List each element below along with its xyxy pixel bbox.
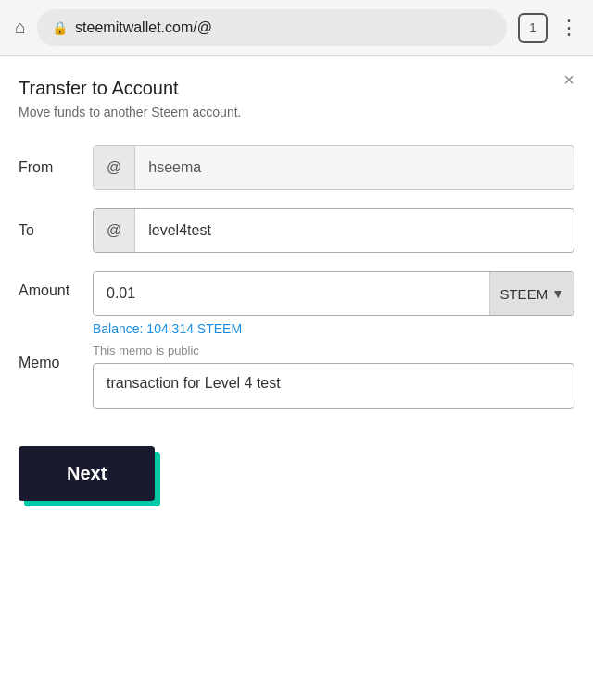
- menu-icon[interactable]: ⋮: [559, 16, 578, 40]
- amount-input[interactable]: [94, 272, 489, 315]
- browser-chrome: ⌂ 🔒 steemitwallet.com/@ 1 ⋮: [0, 0, 593, 56]
- lock-icon: 🔒: [52, 20, 68, 35]
- memo-input[interactable]: [93, 363, 574, 409]
- currency-text: STEEM: [499, 286, 548, 302]
- from-row: From @: [19, 145, 574, 190]
- from-at-symbol: @: [94, 146, 135, 189]
- to-input[interactable]: [135, 211, 574, 250]
- to-label: To: [19, 222, 93, 239]
- amount-label: Amount: [19, 271, 93, 299]
- address-bar[interactable]: 🔒 steemitwallet.com/@: [37, 9, 507, 46]
- next-button-container: Next: [19, 446, 155, 501]
- memo-section: Memo This memo is public: [19, 344, 574, 413]
- home-icon[interactable]: ⌂: [15, 17, 26, 38]
- to-at-symbol: @: [94, 209, 135, 252]
- next-button[interactable]: Next: [19, 446, 155, 501]
- currency-dropdown[interactable]: STEEM ▼: [489, 272, 574, 315]
- chevron-down-icon: ▼: [551, 286, 564, 301]
- main-content: × Transfer to Account Move funds to anot…: [0, 56, 593, 700]
- from-input[interactable]: [135, 148, 574, 187]
- memo-row: Memo This memo is public: [19, 344, 574, 413]
- dialog-title: Transfer to Account: [19, 78, 574, 99]
- dialog-subtitle: Move funds to another Steem account.: [19, 105, 574, 119]
- tab-badge[interactable]: 1: [518, 13, 548, 43]
- to-input-wrapper: @: [93, 208, 574, 253]
- close-button[interactable]: ×: [563, 70, 574, 89]
- memo-label: Memo: [19, 344, 93, 371]
- from-label: From: [19, 159, 93, 176]
- from-input-wrapper: @: [93, 145, 574, 190]
- balance-text: Balance: 104.314 STEEM: [93, 321, 574, 336]
- to-row: To @: [19, 208, 574, 253]
- address-text: steemitwallet.com/@: [75, 19, 212, 36]
- amount-input-wrapper: STEEM ▼: [93, 271, 574, 316]
- memo-area: This memo is public: [93, 344, 574, 413]
- amount-input-area: STEEM ▼ Balance: 104.314 STEEM: [93, 271, 574, 336]
- amount-row: Amount STEEM ▼ Balance: 104.314 STEEM: [19, 271, 574, 336]
- memo-public-note: This memo is public: [93, 344, 574, 357]
